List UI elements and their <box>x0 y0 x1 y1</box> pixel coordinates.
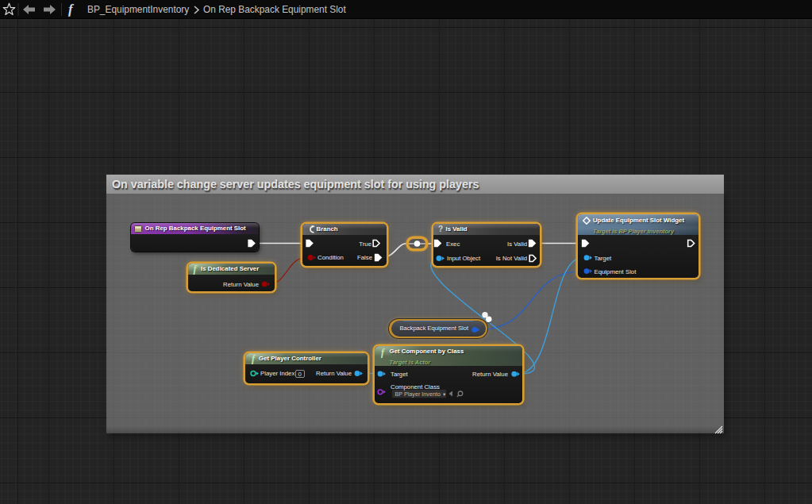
svg-text:f: f <box>68 2 75 17</box>
